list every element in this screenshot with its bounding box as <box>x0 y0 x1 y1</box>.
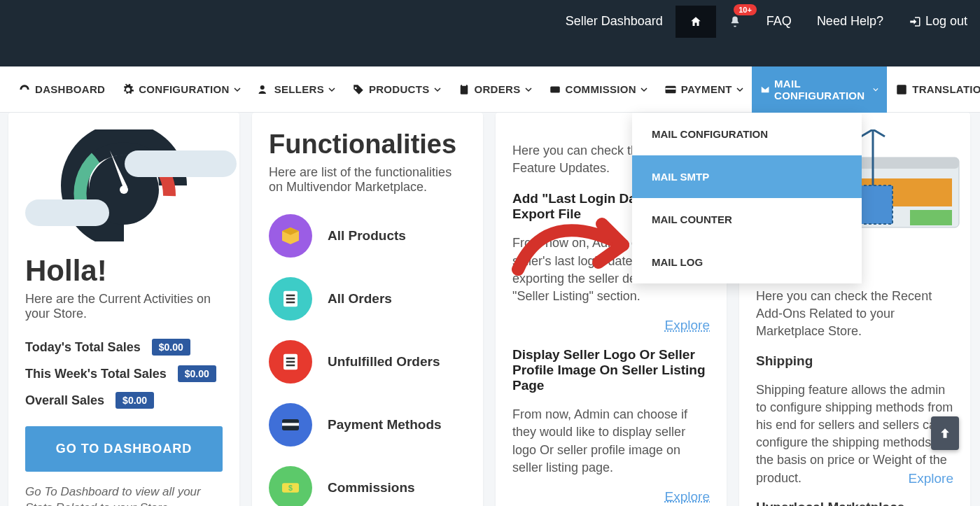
dashboard-hint: Go To Dashboard to view all your Stats R… <box>25 484 223 506</box>
notifications-button[interactable]: 10+ <box>716 6 754 38</box>
svg-rect-16 <box>286 361 295 363</box>
commission-icon <box>549 83 561 96</box>
list-icon <box>269 277 312 321</box>
menu-configuration[interactable]: Configuration <box>113 66 248 113</box>
money-icon: $ <box>269 466 312 506</box>
menu-sellers[interactable]: Sellers <box>249 66 344 113</box>
shipping-explore-link[interactable]: Explore <box>909 470 953 489</box>
update2-title: Display Seller Logo Or Seller Profile Im… <box>512 347 710 393</box>
functionalities-card: Functionalities Here are list of the fun… <box>252 113 483 506</box>
menu-orders[interactable]: Orders <box>449 66 540 113</box>
apps-subtitle: Here you can check the Recent Add-Ons Re… <box>756 288 953 341</box>
week-sales-label: This Week's Total Sales <box>25 367 167 381</box>
go-to-dashboard-button[interactable]: GO TO DASHBOARD <box>25 426 223 472</box>
logout-icon <box>909 15 921 28</box>
svg-rect-1 <box>460 85 468 94</box>
list-icon <box>269 340 312 384</box>
clipboard-icon <box>458 83 470 96</box>
svg-rect-19 <box>282 423 299 426</box>
card-icon <box>269 403 312 447</box>
svg-rect-13 <box>286 302 295 304</box>
chevron-down-icon <box>873 86 878 93</box>
card-icon <box>664 83 677 96</box>
shipping-body: Shipping feature allows the admin to con… <box>756 381 953 487</box>
func-subtitle: Here are list of the functionalities on … <box>269 165 466 195</box>
menu-translation[interactable]: Translation <box>887 66 980 113</box>
update2-explore-link[interactable]: Explore <box>512 489 710 505</box>
today-sales-value: $0.00 <box>152 339 190 356</box>
dashboard-icon <box>18 83 31 96</box>
users-icon <box>258 83 270 96</box>
func-all-products[interactable]: All Products <box>269 214 466 258</box>
seller-dashboard-link[interactable]: Seller Dashboard <box>553 4 676 38</box>
chevron-down-icon <box>434 86 441 93</box>
svg-point-0 <box>260 85 264 90</box>
holla-title: Holla! <box>25 254 223 288</box>
func-payment-methods[interactable]: Payment Methods <box>269 403 466 447</box>
home-icon <box>690 15 702 28</box>
svg-rect-6 <box>897 85 906 94</box>
hyperlocal-title: Hyperlocal Marketplace <box>756 500 953 506</box>
func-all-orders[interactable]: All Orders <box>269 277 466 321</box>
box-icon <box>269 214 312 258</box>
overall-sales-value: $0.00 <box>115 392 154 409</box>
chevron-down-icon <box>640 86 648 93</box>
logout-button[interactable]: Log out <box>896 4 980 38</box>
tag-icon <box>352 83 365 96</box>
func-unfulfilled-orders[interactable]: Unfulfilled Orders <box>269 340 466 384</box>
svg-rect-5 <box>665 87 676 89</box>
dropdown-mail-smtp[interactable]: MAIL SMTP <box>632 155 862 198</box>
update2-body: From now, Admin can choose if they would… <box>512 406 710 477</box>
svg-rect-2 <box>462 83 466 85</box>
logout-label: Log out <box>925 14 967 29</box>
menu-dashboard[interactable]: Dashboard <box>10 66 113 113</box>
menu-payment[interactable]: Payment <box>656 66 752 113</box>
gauge-illustration <box>25 129 223 241</box>
svg-rect-25 <box>910 210 952 225</box>
svg-rect-3 <box>550 86 560 92</box>
today-sales-label: Today's Total Sales <box>25 340 141 355</box>
home-button[interactable] <box>676 6 716 38</box>
svg-rect-17 <box>286 365 295 367</box>
mail-config-dropdown: MAIL CONFIGURATION MAIL SMTP MAIL COUNTE… <box>632 113 862 283</box>
chevron-down-icon <box>328 86 335 93</box>
dropdown-mail-configuration[interactable]: MAIL CONFIGURATION <box>632 113 862 155</box>
gear-icon <box>122 83 134 96</box>
dropdown-mail-log[interactable]: MAIL LOG <box>632 241 862 283</box>
svg-rect-11 <box>286 295 295 297</box>
chevron-down-icon <box>234 86 241 93</box>
overall-sales-label: Overall Sales <box>25 393 104 408</box>
func-commissions[interactable]: $ Commissions <box>269 466 466 506</box>
faq-link[interactable]: FAQ <box>754 4 804 38</box>
menu-products[interactable]: Products <box>344 66 449 113</box>
mail-icon <box>760 83 770 96</box>
dropdown-mail-counter[interactable]: MAIL COUNTER <box>632 198 862 241</box>
holla-card: Holla! Here are the Current Activities o… <box>8 113 239 506</box>
notification-badge: 10+ <box>734 4 757 15</box>
svg-rect-15 <box>286 358 295 360</box>
need-help-link[interactable]: Need Help? <box>804 4 896 38</box>
svg-point-9 <box>120 185 128 194</box>
menu-commission[interactable]: Commission <box>540 66 656 113</box>
shipping-title: Shipping <box>756 353 953 369</box>
func-title: Functionalities <box>269 129 466 160</box>
week-sales-value: $0.00 <box>178 365 216 382</box>
scroll-to-top-button[interactable] <box>931 416 959 450</box>
chevron-down-icon <box>525 86 532 93</box>
translate-icon <box>895 83 908 96</box>
menu-mail-configuration[interactable]: Mail Configuration <box>752 66 887 113</box>
chevron-down-icon <box>736 86 743 93</box>
holla-subtitle: Here are the Current Activities on your … <box>25 292 223 321</box>
arrow-up-icon <box>938 426 952 440</box>
svg-rect-12 <box>286 298 295 300</box>
svg-text:$: $ <box>288 484 293 492</box>
bell-icon <box>729 15 741 28</box>
update1-explore-link[interactable]: Explore <box>512 318 710 333</box>
